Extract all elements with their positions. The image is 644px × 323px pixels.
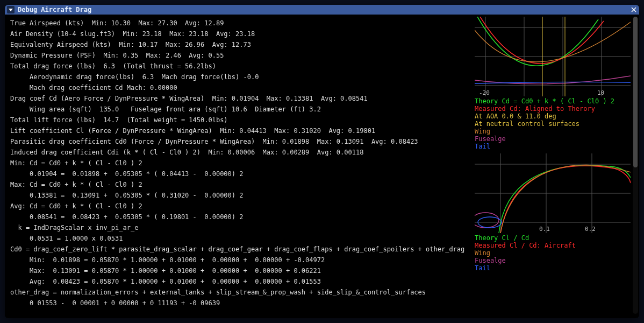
svg-text:0.2: 0.2 xyxy=(585,226,596,233)
collapse-icon[interactable] xyxy=(7,6,15,13)
debug-text-pane: True Airspeed (kts) Min: 10.30 Max: 27.3… xyxy=(5,15,475,318)
svg-point-20 xyxy=(475,213,499,228)
debug-window: Debug Aircraft Drag True Airspeed (kts) … xyxy=(5,5,639,318)
debug-text: True Airspeed (kts) Min: 10.30 Max: 27.3… xyxy=(10,18,469,308)
svg-text:10: 10 xyxy=(597,89,604,96)
svg-marker-0 xyxy=(9,9,13,11)
content-area: True Airspeed (kts) Min: 10.30 Max: 27.3… xyxy=(5,15,639,318)
titlebar[interactable]: Debug Aircraft Drag xyxy=(5,5,639,15)
vertical-scrollbar[interactable] xyxy=(633,17,638,314)
plot-cl-over-cd: 0.1 0.2 Theory Cl / Cd Measured Cl / Cd:… xyxy=(475,153,635,272)
plot-2-frame: 0.1 0.2 xyxy=(475,153,631,233)
plots-pane: -20 10 Theory Cd = Cd0 + k * ( Cl - Cl0 … xyxy=(475,15,639,318)
plot-1-legend: Theory Cd = Cd0 + k * ( Cl - Cl0 ) 2 Mea… xyxy=(475,97,635,150)
plot-2-legend: Theory Cl / Cd Measured Cl / Cd: Aircraf… xyxy=(475,234,635,272)
plot-cd-vs-aoa: -20 10 Theory Cd = Cd0 + k * ( Cl - Cl0 … xyxy=(475,17,635,150)
close-icon[interactable] xyxy=(631,6,637,13)
scroll-thumb[interactable] xyxy=(633,17,638,167)
svg-text:-20: -20 xyxy=(479,89,490,96)
window-title: Debug Aircraft Drag xyxy=(18,6,91,13)
svg-text:0.1: 0.1 xyxy=(539,226,550,233)
plot-1-frame: -20 10 xyxy=(475,17,631,96)
